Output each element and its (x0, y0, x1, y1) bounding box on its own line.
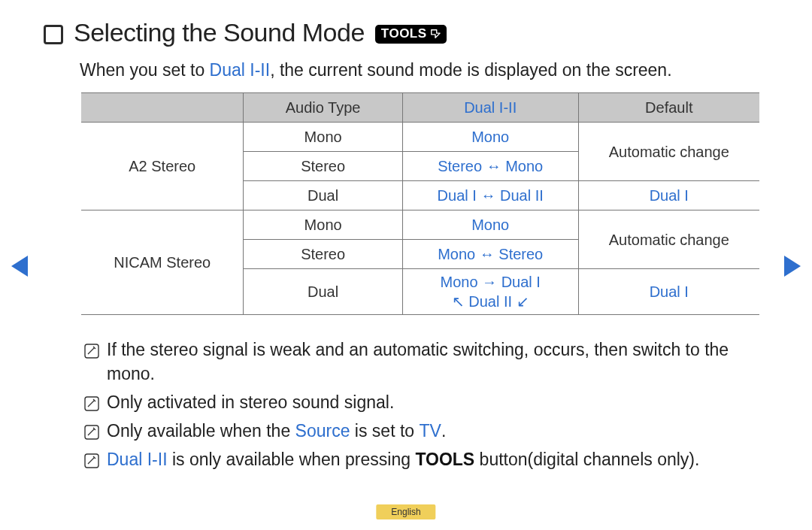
next-page-button[interactable] (784, 256, 801, 277)
nicam-stereo-dual: Mono ↔ Stereo (402, 240, 578, 269)
th-dual: Dual I-II (402, 93, 578, 123)
a2-default-auto: Automatic change (578, 123, 759, 181)
tools-badge: TOOLS (375, 25, 447, 44)
note-2: Only activated in stereo sound signal. (84, 390, 761, 414)
a2-stereo-dual: Stereo ↔ Mono (402, 152, 578, 181)
language-badge: English (376, 504, 435, 519)
svg-rect-2 (85, 426, 98, 439)
note-icon (84, 393, 99, 408)
tools-arrow-icon (430, 29, 441, 39)
intro-paragraph: When you set to Dual I-II, the current s… (80, 58, 768, 82)
nicam-mono-dual: Mono (402, 210, 578, 240)
note-4: Dual I-II is only available when pressin… (84, 447, 761, 471)
a2-dual-dual: Dual I ↔ Dual II (402, 181, 578, 210)
nicam-mono-audio: Mono (244, 210, 402, 240)
page-title: Selecting the Sound Mode (74, 18, 365, 47)
svg-rect-1 (85, 397, 98, 410)
intro-term: Dual I-II (210, 60, 271, 80)
a2-dual-default: Dual I (578, 181, 759, 210)
a2-mono-audio: Mono (244, 123, 402, 152)
th-default: Default (578, 93, 759, 123)
nicam-dual-dual-line2: ↖ Dual II ↙ (409, 292, 572, 311)
group-nicam-label: NICAM Stereo (81, 210, 244, 315)
a2-dual-audio: Dual (244, 181, 402, 210)
page-heading: Selecting the Sound Mode TOOLS (44, 18, 768, 47)
nicam-default-auto: Automatic change (578, 210, 759, 269)
note-3: Only available when the Source is set to… (84, 419, 761, 443)
note-icon (84, 341, 99, 356)
nicam-dual-default: Dual I (578, 269, 759, 315)
nicam-stereo-audio: Stereo (244, 240, 402, 269)
a2-mono-dual: Mono (402, 123, 578, 152)
prev-page-button[interactable] (11, 256, 28, 277)
note-icon (84, 422, 99, 437)
note-1-text: If the stereo signal is weak and an auto… (107, 338, 761, 386)
note-2-text: Only activated in stereo sound signal. (107, 390, 761, 414)
svg-rect-3 (85, 454, 98, 468)
intro-post: , the current sound mode is displayed on… (270, 60, 671, 80)
section-bullet-icon (44, 25, 63, 44)
notes-section: If the stereo signal is weak and an auto… (84, 338, 761, 471)
nicam-dual-dual: Mono → Dual I ↖ Dual II ↙ (402, 269, 578, 315)
note-4-text: Dual I-II is only available when pressin… (107, 447, 761, 471)
intro-pre: When you set to (80, 60, 210, 80)
sound-mode-table: Audio Type Dual I-II Default A2 Stereo M… (81, 92, 759, 315)
group-a2-label: A2 Stereo (81, 123, 244, 210)
note-icon (84, 450, 99, 465)
nicam-dual-audio: Dual (244, 269, 402, 315)
svg-rect-0 (85, 344, 98, 358)
a2-stereo-audio: Stereo (244, 152, 402, 181)
th-audio-type: Audio Type (244, 93, 402, 123)
note-3-text: Only available when the Source is set to… (107, 419, 761, 443)
note-1: If the stereo signal is weak and an auto… (84, 338, 761, 386)
th-blank (81, 93, 244, 123)
tools-badge-text: TOOLS (381, 26, 427, 41)
nicam-dual-dual-line1: Mono → Dual I (409, 272, 572, 292)
